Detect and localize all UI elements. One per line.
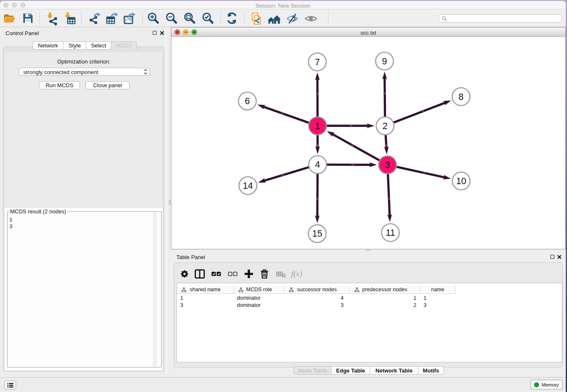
svg-text:9: 9 xyxy=(382,56,387,66)
svg-text:3: 3 xyxy=(385,160,390,170)
svg-text:7: 7 xyxy=(315,57,320,67)
svg-text:2: 2 xyxy=(383,121,388,131)
svg-text:4: 4 xyxy=(315,160,320,170)
svg-text:1: 1 xyxy=(315,121,320,131)
svg-text:10: 10 xyxy=(456,176,466,186)
svg-text:11: 11 xyxy=(386,228,395,238)
svg-text:15: 15 xyxy=(312,229,322,239)
svg-text:8: 8 xyxy=(459,92,464,102)
svg-text:14: 14 xyxy=(243,181,253,191)
svg-text:6: 6 xyxy=(245,96,250,106)
